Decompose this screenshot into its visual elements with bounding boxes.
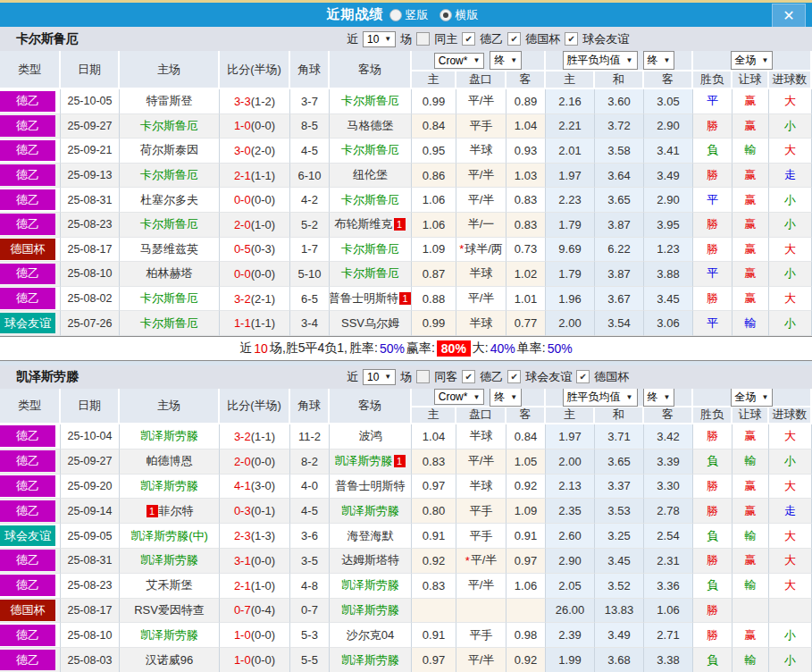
handicap-cell: 平手: [456, 499, 506, 524]
avg-final-select-0[interactable]: 终▼: [643, 51, 675, 70]
date-cell: 25-09-27: [61, 114, 120, 139]
score-cell: 1-0(0-0): [220, 648, 290, 672]
score-cell: 0-0(0-0): [220, 188, 290, 213]
competition-cell: 德乙: [0, 549, 61, 574]
avg-draw-cell: 3.64: [595, 164, 644, 189]
competition-cell: 德乙: [0, 475, 61, 500]
match-row[interactable]: 德乙 25-09-21 荷尔斯泰因 3-0(2-0) 4-5 卡尔斯鲁厄 0.9…: [0, 139, 812, 164]
match-row[interactable]: 球会友谊 25-07-26 卡尔斯鲁厄 1-1(1-1) 3-4 SSV乌尔姆 …: [0, 311, 812, 336]
match-row[interactable]: 德乙 25-08-02 卡尔斯鲁厄 3-2(2-1) 6-5 普鲁士明斯特1 0…: [0, 287, 812, 312]
match-count-select-0-value: 10: [367, 33, 379, 46]
date-cell: 25-07-26: [61, 311, 120, 336]
summary-part: 赢率:: [406, 340, 435, 357]
score-cell: 3-2(2-1): [220, 287, 290, 312]
avg-draw-cell: 6.22: [595, 238, 644, 263]
close-button[interactable]: ✕: [772, 4, 806, 28]
checkbox-same-venue-1[interactable]: [416, 370, 430, 383]
radio-vertical-layout[interactable]: [389, 9, 402, 21]
match-row[interactable]: 德乙 25-08-10 凯泽斯劳滕 1-0(0-0) 5-3 沙尔克04 0.9…: [0, 623, 812, 648]
team-name: 波鸿: [359, 428, 382, 444]
result-cell: 大: [769, 549, 812, 574]
team-name: 凯泽斯劳滕: [341, 652, 399, 668]
fulltime-select-0-value: 全场: [735, 53, 757, 68]
team-name: RSV爱因特查: [134, 602, 205, 618]
date-cell: 25-08-31: [61, 188, 120, 213]
checkbox-same-venue-0[interactable]: [416, 32, 430, 46]
result-cell: 走: [769, 499, 812, 524]
sub-col-header: 客: [644, 407, 693, 424]
fulltime-select-1-value: 全场: [735, 390, 757, 405]
match-row[interactable]: 德乙 25-09-27 卡尔斯鲁厄 1-0(0-0) 8-5 马格德堡 0.84…: [0, 114, 812, 139]
col-header: 比分(半场): [220, 389, 290, 424]
team-name: 凯泽斯劳滕: [335, 453, 393, 469]
result-cell: 輸: [732, 574, 769, 599]
avg-final-select-0-value: 终: [648, 53, 658, 68]
avg-away-cell: 3.06: [644, 311, 693, 336]
avg-away-cell: 1.23: [644, 238, 693, 263]
team-name: 马瑟维兹英: [140, 241, 198, 257]
team-name: 凯泽斯劳滕: [341, 503, 399, 519]
match-row[interactable]: 德乙 25-08-03 汉诺威96 1-0(0-0) 5-5 凯泽斯劳滕 0.9…: [0, 648, 812, 672]
avg-away-cell: 3.30: [644, 475, 693, 500]
match-count-select-1[interactable]: 10▼: [363, 369, 396, 385]
handicap-cell: [456, 599, 506, 624]
fulltime-select-1[interactable]: 全场▼: [731, 388, 774, 407]
fulltime-select-0[interactable]: 全场▼: [731, 51, 774, 70]
checkbox-league-0-2[interactable]: ✔: [565, 32, 578, 46]
result-cell: 大: [769, 475, 812, 500]
home-odds-cell: 0.91: [412, 623, 456, 648]
checkbox-league-0-1[interactable]: ✔: [507, 32, 521, 46]
match-row[interactable]: 德乙 25-08-23 艾禾斯堡 2-1(1-0) 4-8 凯泽斯劳滕 0.83…: [0, 574, 812, 599]
odds-company-select-1[interactable]: Crow*▼: [434, 389, 485, 405]
match-row[interactable]: 德乙 25-10-04 凯泽斯劳滕 3-2(1-1) 11-2 波鸿 1.04 …: [0, 424, 812, 449]
match-row[interactable]: 德乙 25-09-27 帕德博恩 2-0(0-0) 8-2 凯泽斯劳滕1 0.8…: [0, 449, 812, 475]
result-cell: 勝: [693, 424, 732, 449]
match-row[interactable]: 德乙 25-09-14 1菲尔特 0-3(0-1) 4-5 凯泽斯劳滕 0.80…: [0, 499, 812, 524]
away-team-cell: 卡尔斯鲁厄: [330, 262, 412, 287]
avg-away-cell: 1.06: [644, 599, 693, 624]
score-cell: 2-3(1-3): [220, 524, 290, 549]
filter-bar: 近 10▼ 场 同客 ✔德乙✔球会友谊✔德国杯: [347, 369, 629, 385]
avg-final-select-1[interactable]: 终▼: [643, 388, 675, 407]
result-cell: 平: [693, 89, 732, 114]
score-cell: 1-1(1-1): [220, 311, 290, 336]
match-row[interactable]: 德乙 25-08-23 卡尔斯鲁厄 2-0(1-0) 5-2 布轮斯维克1 1.…: [0, 213, 812, 238]
match-row[interactable]: 德乙 25-10-05 特雷斯登 3-3(1-2) 3-7 卡尔斯鲁厄 0.99…: [0, 89, 812, 114]
score-cell: 3-2(1-1): [220, 424, 290, 449]
date-cell: 25-08-17: [61, 599, 120, 624]
match-row[interactable]: 德国杯 25-08-17 RSV爱因特查 0-7(0-4) 0-7 凯泽斯劳滕 …: [0, 599, 812, 624]
league-label: 德乙: [480, 31, 503, 47]
match-row[interactable]: 球会友谊 25-09-05 凯泽斯劳滕(中) 2-3(1-3) 3-6 海登海默…: [0, 524, 812, 549]
radio-horizontal-layout[interactable]: [439, 9, 452, 21]
home-odds-cell: 0.83: [412, 449, 456, 475]
checkbox-league-1-0[interactable]: ✔: [462, 370, 475, 383]
league-label: 球会友谊: [525, 369, 572, 385]
result-cell: 負: [693, 574, 732, 599]
team-name: 卡尔斯鲁厄: [341, 142, 399, 158]
avg-select-0[interactable]: 胜平负均值▼: [563, 51, 638, 70]
match-count-select-0[interactable]: 10▼: [363, 31, 396, 47]
match-row[interactable]: 德乙 25-08-31 杜塞尔多夫 0-0(0-0) 4-2 卡尔斯鲁厄 1.0…: [0, 188, 812, 213]
odds-final-select-1[interactable]: 终▼: [490, 388, 522, 407]
odds-final-select-0[interactable]: 终▼: [490, 51, 522, 70]
checkbox-league-1-2[interactable]: ✔: [576, 370, 590, 383]
home-odds-cell: 0.86: [412, 164, 456, 189]
corners-cell: 5-2: [290, 213, 330, 238]
home-team-cell: 卡尔斯鲁厄: [120, 287, 220, 312]
match-row[interactable]: 德乙 25-08-31 凯泽斯劳滕 3-1(0-0) 3-5 达姆斯塔特 0.9…: [0, 549, 812, 574]
match-row[interactable]: 德国杯 25-08-17 马瑟维兹英 0-5(0-3) 1-7 卡尔斯鲁厄 1.…: [0, 238, 812, 263]
summary-part: 50%: [380, 341, 405, 356]
odds-company-select-0[interactable]: Crow*▼: [434, 53, 485, 69]
avg-select-1[interactable]: 胜平负均值▼: [563, 388, 638, 407]
away-odds-cell: [506, 599, 546, 624]
match-row[interactable]: 德乙 25-09-20 凯泽斯劳滕 4-1(3-0) 4-0 普鲁士明斯特 0.…: [0, 475, 812, 500]
summary-part: 50%: [548, 341, 573, 356]
checkbox-league-1-1[interactable]: ✔: [507, 370, 521, 383]
sub-col-header: 盘口: [456, 407, 506, 424]
corners-cell: 8-5: [290, 114, 330, 139]
checkbox-league-0-0[interactable]: ✔: [462, 32, 475, 46]
match-row[interactable]: 德乙 25-08-10 柏林赫塔 0-0(0-0) 5-10 卡尔斯鲁厄 0.8…: [0, 262, 812, 287]
match-row[interactable]: 德乙 25-09-13 卡尔斯鲁厄 2-1(1-1) 6-10 纽伦堡 0.86…: [0, 164, 812, 189]
col-header: 日期: [61, 51, 120, 89]
corners-cell: 5-3: [290, 623, 330, 648]
